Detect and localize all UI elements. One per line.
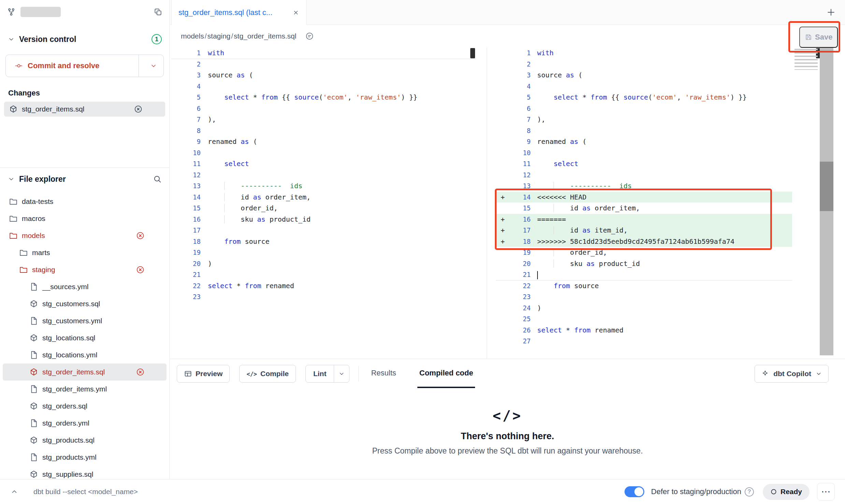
code-line-9[interactable]: 9renamed as ( [496,136,792,147]
code-line-1[interactable]: 1with [496,47,792,59]
code-line-13[interactable]: 13 ---------- ids [496,180,792,192]
code-line-15[interactable]: 15 order_id, [171,203,476,214]
tab-results[interactable]: Results [369,359,398,388]
breadcrumb-item[interactable]: stg_order_items.sql [234,32,296,40]
editor-pane-current[interactable]: 1with23source as (45 select * from {{ so… [496,47,792,359]
tree-item-stg_order_items.sql[interactable]: stg_order_items.sql [3,364,167,381]
code-line-4[interactable]: 4 [496,81,792,92]
git-fork-icon[interactable] [7,8,16,16]
code-line-21[interactable]: 21 [496,269,792,280]
tab-stg-order-items[interactable]: stg_order_items.sql (last c... [171,0,306,25]
code-line-11[interactable]: 11 select [496,158,792,169]
lint-button[interactable]: Lint [306,365,334,382]
editor-scrollbar[interactable] [820,47,833,355]
chevron-down-icon[interactable] [8,35,15,43]
code-line-23[interactable]: 23 [496,291,792,302]
code-line-10[interactable]: 10 [171,147,476,159]
code-line-8[interactable]: 8 [171,125,476,136]
tree-item-stg_locations.yml[interactable]: stg_locations.yml [3,346,167,364]
lint-dropdown-button[interactable] [334,365,349,382]
branch-name-placeholder[interactable] [20,7,61,17]
tree-item-stg_orders.yml[interactable]: stg_orders.yml [3,415,167,432]
save-button[interactable]: Save [799,27,838,48]
tree-item-__sources.yml[interactable]: __sources.yml [3,278,167,295]
command-input[interactable]: dbt build --select <model_name> [33,488,138,496]
dbt-copilot-button[interactable]: dbt Copilot [755,365,829,383]
code-line-7[interactable]: 7), [496,114,792,125]
code-line-3[interactable]: 3source as ( [171,70,476,81]
code-line-9[interactable]: 9renamed as ( [171,136,476,147]
code-line-13[interactable]: 13 ---------- ids [171,180,476,192]
tree-item-stg_orders.sql[interactable]: stg_orders.sql [3,398,167,415]
code-line-11[interactable]: 11 select [171,158,476,169]
left-scrollbar-thumb[interactable] [470,48,475,58]
code-line-12[interactable]: 12 [496,169,792,181]
tree-item-macros[interactable]: macros [3,210,167,227]
scrollbar-thumb[interactable] [820,162,833,211]
file-config-icon[interactable] [305,32,314,41]
code-line-18[interactable]: +18>>>>>>> 58c1dd23d5eebd9cd2495fa7124ab… [496,236,792,247]
tree-item-stg_customers.sql[interactable]: stg_customers.sql [3,295,167,312]
code-line-3[interactable]: 3source as ( [496,70,792,81]
code-line-19[interactable]: 19 [171,247,476,258]
close-icon[interactable] [292,9,299,16]
code-line-2[interactable]: 2 [171,59,476,70]
tree-item-stg_customers.yml[interactable]: stg_customers.yml [3,312,167,329]
code-line-14[interactable]: 14 id as order_item, [171,192,476,203]
chevron-up-icon[interactable] [10,488,18,496]
code-line-23[interactable]: 23 [171,291,476,302]
new-tab-button[interactable] [826,7,836,17]
code-line-17[interactable]: +17 id as item_id, [496,225,792,236]
code-line-5[interactable]: 5 select * from {{ source('ecom', 'raw_i… [496,92,792,103]
commit-and-resolve-button[interactable]: Commit and resolve [5,55,164,77]
more-options-button[interactable] [817,483,835,501]
breadcrumb-item[interactable]: models [181,32,204,40]
defer-toggle[interactable] [625,486,644,497]
code-line-12[interactable]: 12 [171,169,476,181]
change-item-stg_order_items.sql[interactable]: stg_order_items.sql [4,102,165,117]
code-line-6[interactable]: 6 [496,103,792,114]
tree-item-models[interactable]: models [3,227,167,244]
ready-status[interactable]: Ready [763,484,810,500]
tree-item-stg_products.sql[interactable]: stg_products.sql [3,432,167,449]
code-line-16[interactable]: 16 sku as product_id [171,214,476,225]
code-line-6[interactable]: 6 [171,103,476,114]
code-line-18[interactable]: 18 from source [171,236,476,247]
code-line-25[interactable]: 25 [496,313,792,325]
code-line-4[interactable]: 4 [171,81,476,92]
code-line-14[interactable]: +14<<<<<<< HEAD [496,192,792,203]
code-line-20[interactable]: 20 sku as product_id [496,258,792,269]
code-line-24[interactable]: 24) [496,302,792,314]
code-line-17[interactable]: 17 [171,225,476,236]
code-line-7[interactable]: 7), [171,114,476,125]
tree-item-stg_supplies.sql[interactable]: stg_supplies.sql [3,466,167,479]
preview-button[interactable]: Preview [177,365,230,383]
tree-item-stg_locations.sql[interactable]: stg_locations.sql [3,329,167,346]
chevron-down-icon[interactable] [8,175,15,183]
code-line-1[interactable]: 1with [171,47,476,59]
code-line-16[interactable]: +16======= [496,214,792,225]
compile-button[interactable]: Compile [239,365,296,383]
code-line-5[interactable]: 5 select * from {{ source('ecom', 'raw_i… [171,92,476,103]
editor-pane-saved[interactable]: 1with23source as (45 select * from {{ so… [171,47,476,359]
tree-item-stg_order_items.yml[interactable]: stg_order_items.yml [3,381,167,398]
copy-icon[interactable] [154,8,162,16]
tab-compiled-code[interactable]: Compiled code [417,359,475,388]
code-line-22[interactable]: 22 from source [496,280,792,292]
code-line-21[interactable]: 21 [171,269,476,280]
code-line-19[interactable]: 19 order_id, [496,247,792,258]
tree-item-marts[interactable]: marts [3,244,167,261]
tree-item-staging[interactable]: staging [3,261,167,278]
help-icon[interactable] [745,487,754,496]
chevron-down-icon[interactable] [144,55,163,77]
breadcrumb-item[interactable]: staging [207,32,231,40]
tree-item-data-tests[interactable]: data-tests [3,193,167,210]
code-line-22[interactable]: 22select * from renamed [171,280,476,292]
code-line-8[interactable]: 8 [496,125,792,136]
code-line-26[interactable]: 26select * from renamed [496,325,792,336]
code-line-20[interactable]: 20) [171,258,476,269]
code-line-10[interactable]: 10 [496,147,792,159]
code-line-15[interactable]: 15 id as order_item, [496,203,792,214]
search-icon[interactable] [153,175,162,183]
code-line-2[interactable]: 2 [496,59,792,70]
